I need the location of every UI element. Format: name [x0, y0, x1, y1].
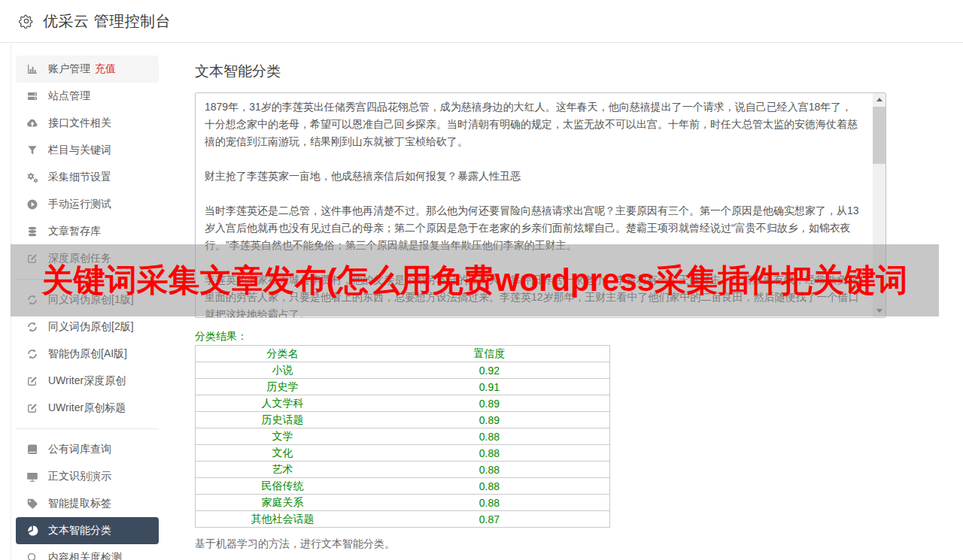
classification-table: 分类名 置信度 小说0.92历史学0.91人文学科0.89历史话题0.89文学0… [195, 345, 610, 528]
confidence-cell: 0.88 [369, 495, 610, 511]
sidebar-item-public-dict[interactable]: 公有词库查询 [16, 436, 159, 463]
table-row: 小说0.92 [196, 362, 610, 379]
funnel-icon [26, 144, 38, 156]
sidebar-item-label: 站点管理 [48, 89, 90, 103]
app-title: 优采云 管理控制台 [43, 11, 171, 32]
sidebar-item-synonym-2[interactable]: 同义词伪原创[2版] [16, 313, 159, 341]
gears-icon [26, 171, 38, 183]
textarea-paragraph [205, 150, 861, 168]
sidebar-item-sites[interactable]: 站点管理 [16, 83, 159, 110]
app-logo-gear-icon [19, 14, 34, 29]
table-row: 文学0.88 [196, 428, 610, 445]
sidebar-item-label: 手动运行测试 [48, 198, 111, 211]
sidebar-item-label: 栏目与关键词 [48, 144, 111, 157]
sidebar-item-label: 内容相关度检测 [48, 551, 122, 560]
play-icon [26, 198, 38, 210]
table-row: 家庭关系0.88 [196, 495, 610, 511]
sidebar-item-article-store[interactable]: 文章暂存库 [16, 218, 159, 245]
table-row: 人文学科0.89 [196, 395, 610, 412]
confidence-cell: 0.89 [369, 395, 610, 412]
sidebar-item-uwriter-title[interactable]: UWriter原创标题 [16, 395, 159, 422]
textarea-paragraph: 财主抢了李莲英家一亩地，他成慈禧亲信后如何报复？暴露人性丑恶 [205, 168, 861, 185]
detect-icon [26, 552, 38, 560]
confidence-cell: 0.91 [369, 379, 610, 395]
cloud-upload-icon [26, 117, 38, 129]
book-icon [26, 443, 38, 456]
sidebar-item-label: 采集细节设置 [48, 171, 111, 184]
sidebar-item-text-classify[interactable]: 文本智能分类 [16, 517, 159, 544]
table-row: 民俗传统0.88 [196, 478, 610, 495]
bar-chart-icon [26, 63, 38, 75]
category-cell: 历史学 [196, 379, 369, 395]
sidebar-item-label: UWriter原创标题 [48, 401, 126, 415]
edit-icon [26, 375, 38, 387]
watermark-text: 关键词采集文章发布(怎么用免费wordpress采集插件把关键词 [42, 265, 907, 296]
refresh-icon [26, 348, 38, 360]
sidebar-item-ai-original[interactable]: 智能伪原创[AI版] [16, 341, 159, 368]
table-row: 文化0.88 [196, 445, 610, 462]
textarea-paragraph [205, 185, 861, 202]
sidebar-item-label: 接口文件相关 [48, 117, 111, 130]
category-cell: 文化 [196, 445, 369, 462]
textarea-paragraph: 1879年，31岁的李莲英出任储秀宫四品花翎总管，成为慈禧身边的大红人。这年春天… [205, 98, 861, 150]
sidebar-item-content-recognition[interactable]: 正文识别演示 [16, 463, 159, 490]
category-cell: 文学 [196, 428, 369, 445]
category-cell: 艺术 [196, 462, 369, 478]
result-label: 分类结果： [195, 330, 963, 342]
sidebar-item-label: 文本智能分类 [48, 524, 111, 537]
server-icon [26, 90, 38, 102]
category-cell: 家庭关系 [196, 495, 369, 511]
footer-note: 基于机器学习的方法，进行文本智能分类。 [195, 537, 963, 551]
sidebar-item-label: 智能提取标签 [48, 497, 111, 510]
sidebar-item-label: UWriter深度原创 [48, 374, 126, 388]
sidebar-item-collect-settings[interactable]: 采集细节设置 [16, 164, 159, 191]
database-icon [26, 226, 38, 238]
recharge-link[interactable]: 充值 [95, 62, 116, 76]
app-header: 优采云 管理控制台 [0, 0, 963, 43]
sidebar-divider [16, 428, 159, 429]
sidebar-item-label: 公有词库查询 [48, 443, 111, 456]
category-cell: 小说 [196, 362, 369, 379]
table-row: 艺术0.88 [196, 462, 610, 478]
sidebar-item-label: 智能伪原创[AI版] [48, 347, 127, 361]
confidence-cell: 0.88 [369, 462, 610, 478]
sidebar-item-account[interactable]: 账户管理充值 [16, 56, 159, 83]
confidence-cell: 0.89 [369, 412, 610, 428]
sidebar-item-relevance-detect[interactable]: 内容相关度检测 [16, 544, 159, 560]
sidebar-item-manual-test[interactable]: 手动运行测试 [16, 191, 159, 218]
confidence-cell: 0.92 [369, 362, 610, 379]
confidence-cell: 0.87 [369, 511, 610, 528]
table-row: 其他社会话题0.87 [196, 511, 610, 528]
sidebar-item-label: 同义词伪原创[2版] [48, 320, 134, 334]
table-row: 历史学0.91 [196, 379, 610, 395]
confidence-cell: 0.88 [369, 478, 610, 495]
monitor-icon [26, 471, 38, 483]
scroll-up-button[interactable] [873, 93, 886, 106]
table-header-category: 分类名 [196, 346, 369, 362]
confidence-cell: 0.88 [369, 428, 610, 445]
category-cell: 人文学科 [196, 395, 369, 412]
sidebar-item-label: 正文识别演示 [48, 470, 111, 483]
table-row: 历史话题0.89 [196, 412, 610, 428]
confidence-cell: 0.88 [369, 445, 610, 462]
category-cell: 历史话题 [196, 412, 369, 428]
arrow-up-icon [876, 98, 882, 101]
sidebar-item-label: 文章暂存库 [48, 225, 101, 238]
scrollbar-thumb[interactable] [873, 107, 886, 164]
table-header-row: 分类名 置信度 [196, 346, 610, 362]
table-header-confidence: 置信度 [369, 346, 610, 362]
sidebar-item-tag-extract[interactable]: 智能提取标签 [16, 490, 159, 517]
category-cell: 民俗传统 [196, 478, 369, 495]
sidebar-item-interface-files[interactable]: 接口文件相关 [16, 110, 159, 137]
tag-icon [26, 498, 38, 510]
pie-icon [26, 525, 38, 537]
category-cell: 其他社会话题 [196, 511, 369, 528]
sidebar-item-label: 账户管理 [48, 62, 90, 76]
edit-icon [26, 402, 38, 414]
page-title: 文本智能分类 [195, 61, 963, 82]
sidebar-item-uwriter-deep[interactable]: UWriter深度原创 [16, 368, 159, 395]
refresh-icon [26, 321, 38, 333]
sidebar-item-columns-keywords[interactable]: 栏目与关键词 [16, 137, 159, 164]
watermark-banner: 关键词采集文章发布(怎么用免费wordpress采集插件把关键词 [11, 244, 939, 316]
